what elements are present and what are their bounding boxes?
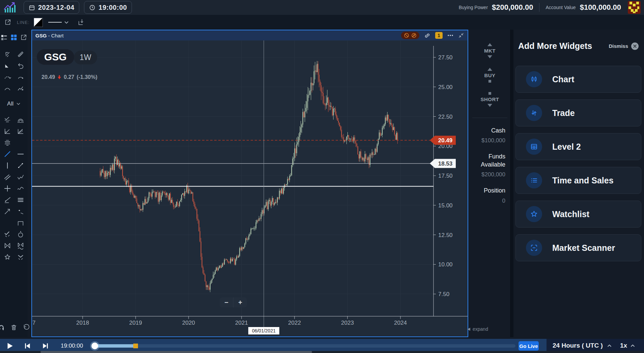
widget-card-level-2[interactable]: Level 2 <box>515 133 641 160</box>
timeframe-pill[interactable]: 1W <box>74 51 97 64</box>
star-tool[interactable] <box>2 252 12 262</box>
widget-card-chart[interactable]: Chart <box>515 66 641 93</box>
curve-tool[interactable] <box>2 84 12 94</box>
history-tool[interactable] <box>21 322 32 332</box>
pattern-tool[interactable] <box>2 115 12 125</box>
fib-arcs-tool[interactable] <box>15 115 26 125</box>
price-chart[interactable]: 27.5025.0022.5020.0017.5015.0012.5010.00… <box>32 40 468 336</box>
slider-knob[interactable] <box>91 343 98 349</box>
arrow-up-icon <box>487 68 492 71</box>
link-group-badge[interactable]: 1 <box>435 32 443 39</box>
parallel-lines-tool[interactable] <box>2 172 12 182</box>
short-button[interactable]: SHORT <box>481 92 499 107</box>
buying-power-label: Buying Power <box>459 5 488 10</box>
horizontal-scrollbar[interactable] <box>0 351 644 353</box>
horizontal-line-tool[interactable] <box>15 149 26 159</box>
multi-line-tool[interactable] <box>15 195 26 205</box>
scrollbar-thumb[interactable] <box>40 351 312 353</box>
zoom-in-button[interactable]: + <box>233 297 247 307</box>
zigzag-tool[interactable] <box>15 172 26 182</box>
close-icon <box>631 42 639 50</box>
zoom-out-button[interactable]: − <box>220 297 233 307</box>
polyline-tool[interactable] <box>15 84 26 94</box>
arc-tool[interactable] <box>15 72 26 82</box>
avatar[interactable] <box>628 1 641 14</box>
skip-forward-button[interactable] <box>41 342 50 350</box>
time-value: 19:00:00 <box>99 4 127 11</box>
collapse-chevrons-tool[interactable] <box>15 252 26 262</box>
chevron-down-icon <box>16 102 21 105</box>
levels-tool[interactable] <box>2 138 12 148</box>
export-icon[interactable] <box>78 19 85 26</box>
svg-text:7: 7 <box>32 320 35 326</box>
speed-dropdown[interactable]: 1x <box>620 342 635 349</box>
widget-card-trade[interactable]: Trade <box>515 99 641 126</box>
go-live-button[interactable]: Go Live <box>519 341 539 351</box>
triangle-wave-tool[interactable] <box>15 241 26 251</box>
collapse-icon[interactable] <box>458 32 464 38</box>
ellipse-tool[interactable] <box>15 229 26 239</box>
ray-tool[interactable] <box>2 195 12 205</box>
layout-grid-icon[interactable] <box>10 34 18 41</box>
panel-title: Add More Widgets <box>518 41 592 51</box>
symbol-pill[interactable]: GSG <box>37 49 74 65</box>
cursor-tool[interactable] <box>2 49 12 59</box>
date-value: 2023-12-04 <box>38 4 74 11</box>
widget-card-watchlist[interactable]: Watchlist <box>515 201 641 228</box>
trend-line-tool[interactable] <box>2 149 12 159</box>
tool-filter-dropdown[interactable]: All <box>7 100 21 107</box>
arc-sketch-tool[interactable] <box>2 72 12 82</box>
widget-card-time-and-sales[interactable]: Time and Sales <box>515 167 641 194</box>
playback-slider[interactable] <box>91 343 517 349</box>
triangle-pair-tool[interactable] <box>2 241 12 251</box>
chevron-down-icon <box>64 21 69 24</box>
cross-line-tool[interactable] <box>2 183 12 194</box>
app-logo-icon <box>3 2 19 13</box>
popout-icon[interactable] <box>4 19 11 26</box>
chevron-up-icon <box>630 344 635 347</box>
undo-tool[interactable] <box>15 61 26 71</box>
time-picker-button[interactable]: 19:00:00 <box>84 1 132 14</box>
vertical-line-tool[interactable] <box>2 160 12 171</box>
line-color-swatch[interactable] <box>34 18 43 27</box>
more-options-button[interactable] <box>447 34 453 36</box>
marker-tool[interactable] <box>15 206 26 216</box>
segment-tool[interactable] <box>15 160 26 171</box>
brush-tool[interactable] <box>15 183 26 194</box>
svg-text:2022: 2022 <box>288 320 301 326</box>
buy-button[interactable]: BUY <box>484 68 495 83</box>
svg-text:15.00: 15.00 <box>438 202 453 209</box>
magnet-tool[interactable] <box>0 322 7 332</box>
trend-angle-tool[interactable] <box>2 126 12 136</box>
play-button[interactable] <box>5 342 14 350</box>
skip-back-button[interactable] <box>23 342 32 350</box>
fib-channel-tool[interactable] <box>15 126 26 136</box>
down-arrow-icon <box>57 75 61 80</box>
square-icon <box>488 80 491 83</box>
arrow-tool[interactable] <box>2 206 12 216</box>
dismiss-button[interactable]: Dismiss <box>609 42 639 50</box>
link-icon[interactable] <box>424 32 430 39</box>
left-tool-rail: All <box>0 30 28 337</box>
line-style-dropdown[interactable] <box>48 21 69 24</box>
arrow-left-icon <box>467 327 471 331</box>
measure-tool[interactable] <box>15 49 26 59</box>
layout-list-icon[interactable] <box>0 34 8 41</box>
svg-text:12.50: 12.50 <box>438 232 453 238</box>
rectangle-tool[interactable] <box>15 218 26 228</box>
quote-price: 20.49 <box>41 74 55 80</box>
slider-marker[interactable] <box>133 344 138 348</box>
widget-card-market-scanner[interactable]: Market Scanner <box>515 234 641 261</box>
check-tool[interactable] <box>2 229 12 239</box>
date-picker-button[interactable]: 2023-12-04 <box>24 1 79 14</box>
trash-tool[interactable] <box>9 322 19 332</box>
popout-icon[interactable] <box>20 34 27 41</box>
session-dropdown[interactable]: 24 Hours ( UTC ) <box>553 342 612 349</box>
line-settings-label: LINE: <box>17 20 30 25</box>
chart-widget-titlebar[interactable]: GSG - Chart 1 <box>32 30 468 40</box>
session-alert-pill[interactable] <box>401 32 419 39</box>
top-bar: 2023-12-04 19:00:00 Buying Power $200,00… <box>0 0 644 15</box>
mkt-button[interactable]: MKT <box>484 43 496 58</box>
expand-button[interactable]: expand <box>467 326 488 332</box>
eraser-tool[interactable] <box>2 61 12 71</box>
